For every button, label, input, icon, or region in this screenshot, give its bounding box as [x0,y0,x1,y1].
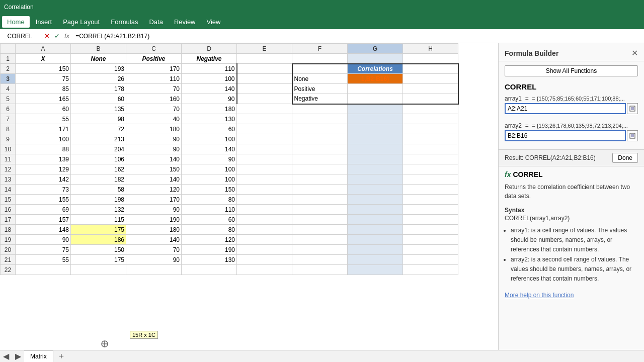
table-row[interactable]: 70 [126,84,182,94]
table-row[interactable]: X [16,54,71,64]
table-row[interactable] [237,174,292,185]
table-row[interactable] [237,205,292,215]
table-row[interactable]: 175 [71,225,126,235]
name-box[interactable]: CORREL [0,29,40,43]
table-row[interactable]: 90 [126,205,182,215]
array2-range-button[interactable] [627,130,638,141]
table-row[interactable]: Positive [292,84,348,94]
col-header-e[interactable]: E [237,44,292,54]
table-row[interactable] [403,114,458,124]
close-button[interactable]: ✕ [631,48,638,58]
table-row[interactable]: 150 [126,164,182,174]
table-row[interactable] [292,134,348,144]
table-row[interactable] [403,265,458,275]
menu-insert[interactable]: Insert [31,16,57,28]
table-row[interactable]: 193 [71,64,126,74]
table-row[interactable]: 130 [182,255,237,265]
table-row[interactable] [403,174,458,185]
table-row[interactable]: 60 [16,104,71,114]
table-row[interactable] [237,245,292,255]
table-row[interactable] [237,94,292,104]
col-header-f[interactable]: F [292,44,348,54]
table-row[interactable] [348,245,403,255]
table-row[interactable] [237,225,292,235]
table-row[interactable] [292,124,348,134]
table-row[interactable] [237,134,292,144]
table-row[interactable]: 142 [16,174,71,185]
table-row[interactable]: 175 [71,255,126,265]
table-row[interactable] [237,74,292,84]
table-row[interactable]: 170 [126,64,182,74]
table-row[interactable] [403,195,458,205]
table-row[interactable] [126,265,182,275]
table-row[interactable]: 139 [16,154,71,164]
table-row[interactable]: 100 [16,134,71,144]
table-row[interactable]: 80 [182,225,237,235]
table-row[interactable]: 75 [16,245,71,255]
table-row[interactable] [348,134,403,144]
table-row[interactable] [292,154,348,164]
table-row[interactable] [292,225,348,235]
confirm-icon[interactable]: ✓ [52,32,61,41]
table-row[interactable] [292,265,348,275]
table-row[interactable]: 100 [182,174,237,185]
table-row[interactable] [16,265,71,275]
table-row[interactable]: 110 [126,74,182,84]
table-row[interactable] [403,144,458,154]
table-row[interactable]: 120 [182,235,237,245]
table-row[interactable] [237,84,292,94]
table-row[interactable]: 157 [16,215,71,225]
table-row[interactable]: 170 [126,195,182,205]
table-row[interactable]: 100 [182,164,237,174]
table-row[interactable] [292,235,348,245]
table-row[interactable]: 73 [16,185,71,195]
table-row[interactable]: 40 [126,114,182,124]
table-row[interactable] [348,205,403,215]
menu-data[interactable]: Data [144,16,168,28]
col-header-c[interactable]: C [126,44,182,54]
table-row[interactable]: 70 [126,245,182,255]
table-row[interactable] [237,154,292,164]
table-row[interactable]: 98 [71,114,126,124]
table-row[interactable]: 55 [16,114,71,124]
table-row[interactable]: 100 [182,74,237,84]
table-row[interactable] [292,195,348,205]
table-row[interactable] [348,104,403,114]
table-row[interactable]: 180 [126,225,182,235]
table-row[interactable] [403,84,458,94]
sheet-tab-matrix[interactable]: Matrix [24,350,53,362]
col-header-d[interactable]: D [182,44,237,54]
table-row[interactable]: 165 [16,94,71,104]
table-row[interactable] [348,174,403,185]
table-row[interactable] [292,205,348,215]
table-row[interactable]: 180 [126,124,182,134]
table-row[interactable] [237,265,292,275]
table-row[interactable] [292,144,348,154]
show-all-functions-button[interactable]: Show All Functions [505,65,638,76]
table-row[interactable]: 58 [71,185,126,195]
table-row[interactable]: 190 [182,245,237,255]
table-row[interactable] [348,94,403,104]
formula-input[interactable] [73,33,644,40]
table-row[interactable] [403,164,458,174]
table-row[interactable]: 186 [71,235,126,245]
table-row[interactable]: 70 [126,104,182,114]
table-row[interactable]: 129 [16,164,71,174]
table-row[interactable]: 90 [126,134,182,144]
menu-home[interactable]: Home [2,16,30,28]
table-row[interactable] [237,104,292,114]
table-row[interactable] [237,215,292,225]
table-row[interactable] [348,195,403,205]
table-row[interactable]: 130 [182,114,237,124]
table-row[interactable] [348,124,403,134]
table-row[interactable] [237,144,292,154]
table-row[interactable] [292,64,348,74]
table-row[interactable] [348,154,403,164]
table-row[interactable] [348,84,403,94]
table-row[interactable] [348,185,403,195]
table-row[interactable]: 140 [126,154,182,164]
table-row[interactable]: 171 [16,124,71,134]
table-row[interactable] [403,124,458,134]
table-row[interactable] [403,185,458,195]
more-help-link[interactable]: More help on this function [499,288,644,303]
